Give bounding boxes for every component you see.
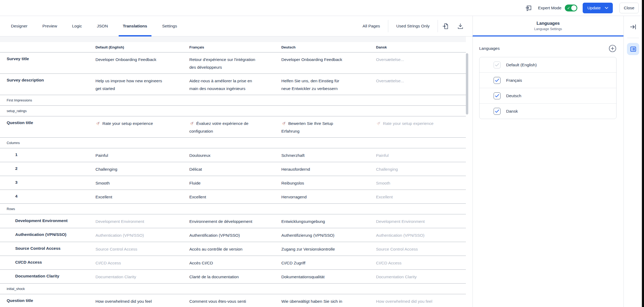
translation-cell[interactable]: Entwicklungsumgebung [278,214,373,228]
translation-cell[interactable]: Excellent [373,190,466,203]
translation-cell[interactable]: Painful [373,148,466,162]
translation-cell[interactable]: Excellent [186,190,278,203]
table-scrollbar[interactable] [466,53,468,114]
table-row: Authentication (VPN/SSO)Authentication (… [0,228,466,242]
tab-designer[interactable]: Designer [7,16,32,36]
language-checkbox[interactable] [494,108,501,115]
translation-cell[interactable]: Environnement de développement [186,214,278,228]
translation-text: Délicat [189,167,202,171]
translation-text: Smooth [95,181,110,185]
translation-cell[interactable]: CI/CD Access [92,256,186,269]
translation-cell[interactable]: Zugang zur Versionskontrolle [278,242,373,256]
language-item[interactable]: Français [479,73,616,88]
translation-cell[interactable]: Accès CI/CD [186,256,278,269]
translation-text: Challenging [95,167,117,171]
panel-side-toolbar [623,16,642,307]
translation-cell[interactable]: Comment vous êtes-vous senti submergé pe… [186,294,278,307]
translation-cell[interactable]: Source Control Access [92,242,186,256]
translation-cell[interactable]: Smooth [92,176,186,190]
tab-translations[interactable]: Translations [119,16,151,36]
chevron-down-icon [605,7,608,9]
tab-settings[interactable]: Settings [158,16,181,36]
translation-cell[interactable]: Clarté de la documentation [186,270,278,283]
translation-cell[interactable]: How overwhelmed did you feel during week… [92,294,186,307]
translation-cell[interactable]: Documentation Clarity [373,270,466,283]
translation-text: Herausfordernd [281,167,310,171]
all-pages-button[interactable]: All Pages [355,24,388,28]
translation-cell[interactable]: CI/CD Zugriff [278,256,373,269]
rocket-icon [189,121,194,126]
translation-cell[interactable]: Development Environment [373,214,466,228]
translation-cell[interactable]: Challenging [92,162,186,176]
table-row: 4ExcellentExcellentHervorragendExcellent [0,190,466,204]
translation-cell[interactable]: Excellent [92,190,186,203]
translation-cell[interactable]: Fluide [186,176,278,190]
translation-cell[interactable]: Challenging [373,162,466,176]
translation-cell[interactable]: Accès au contrôle de version [186,242,278,256]
translation-text: Helfen Sie uns, den Einstieg für neue En… [281,79,339,91]
translation-cell[interactable]: Authentification (VPN/SSO) [186,228,278,242]
translation-cell[interactable]: Smooth [373,176,466,190]
translation-cell[interactable]: Painful [92,148,186,162]
expert-mode-toggle[interactable]: ✓ [565,5,577,11]
translation-cell[interactable]: Authentifizierung (VPN/SSO) [278,228,373,242]
translation-cell[interactable]: Schmerzhaft [278,148,373,162]
translation-text: Documentation Clarity [376,275,417,279]
translation-cell[interactable]: Hervorragend [278,190,373,203]
rocket-icon [281,121,286,126]
languages-section-header: Languages [473,36,623,57]
translation-cell[interactable]: Herausfordernd [278,162,373,176]
translation-text: Excellent [189,195,206,199]
translation-cell[interactable]: Help us improve how new engineers get st… [92,74,186,95]
update-button[interactable]: Update [583,3,613,13]
language-checkbox[interactable] [494,92,501,99]
used-strings-only-button[interactable]: Used Strings Only [388,24,438,28]
translation-cell[interactable]: CI/CD Access [373,256,466,269]
export-strings-button[interactable] [453,20,468,32]
translation-text: Environnement de développement [189,219,252,224]
language-item[interactable]: Deutsch [479,88,616,104]
language-checkbox[interactable] [494,77,501,84]
tab-logic[interactable]: Logic [68,16,86,36]
import-strings-button[interactable] [438,20,453,32]
table-row: Survey descriptionHelp us improve how ne… [0,74,466,95]
translation-cell[interactable]: Authentication (VPN/SSO) [92,228,186,242]
translation-cell[interactable]: Oversættelse... [373,74,466,95]
translation-cell[interactable]: Évaluez votre expérience de configuratio… [186,116,278,137]
add-language-button[interactable] [609,44,617,52]
language-settings-tab-button[interactable] [627,43,639,55]
language-item[interactable]: Default (English) [479,57,616,73]
translation-cell[interactable]: Délicat [186,162,278,176]
translation-cell[interactable]: Authentication (VPN/SSO) [373,228,466,242]
translation-cell[interactable]: Wie überwältigt haben Sie sich in der er… [278,294,373,307]
translation-cell[interactable]: Helfen Sie uns, den Einstieg für neue En… [278,74,373,95]
translation-cell[interactable]: Bewerten Sie Ihre Setup Erfahrung [278,116,373,137]
table-body: Survey titleDeveloper Onboarding Feedbac… [0,52,466,307]
group-label: initial_shock [7,287,25,291]
translation-cell[interactable]: Developer Onboarding Feedback [92,52,186,73]
translation-cell[interactable]: Documentation Clarity [92,270,186,283]
translation-text: Oversættelse... [376,57,404,62]
translation-cell[interactable]: How overwhelmed did you feel [373,294,466,307]
tab-preview[interactable]: Preview [38,16,61,36]
language-checkbox[interactable] [494,62,501,68]
translation-cell[interactable]: Oversættelse... [373,52,466,73]
translation-cell[interactable]: Reibungslos [278,176,373,190]
translation-cell[interactable]: Development Environment [92,214,186,228]
translation-text: Reibungslos [281,181,304,185]
translation-cell[interactable]: Rate your setup experience [373,116,466,137]
close-button[interactable]: Close [619,3,639,13]
collapse-panel-button[interactable] [627,21,639,32]
translation-cell[interactable]: Source Control Access [373,242,466,256]
language-item[interactable]: Dansk [479,104,616,119]
translation-cell[interactable]: Aidez-nous à améliorer la prise en main … [186,74,278,95]
translation-cell[interactable]: Douloureux [186,148,278,162]
translation-cell[interactable]: Dokumentationsqualität [278,270,373,283]
translation-text: How overwhelmed did you feel [376,299,432,304]
collapse-panel-icon [630,23,637,30]
translation-cell[interactable]: Developer Onboarding Feedback [278,52,373,73]
tab-json[interactable]: JSON [93,16,112,36]
translation-cell[interactable]: Retour d'expérience sur l'intégration de… [186,52,278,73]
translation-cell[interactable]: Rate your setup experience [92,116,186,137]
feedback-button[interactable] [525,4,532,11]
